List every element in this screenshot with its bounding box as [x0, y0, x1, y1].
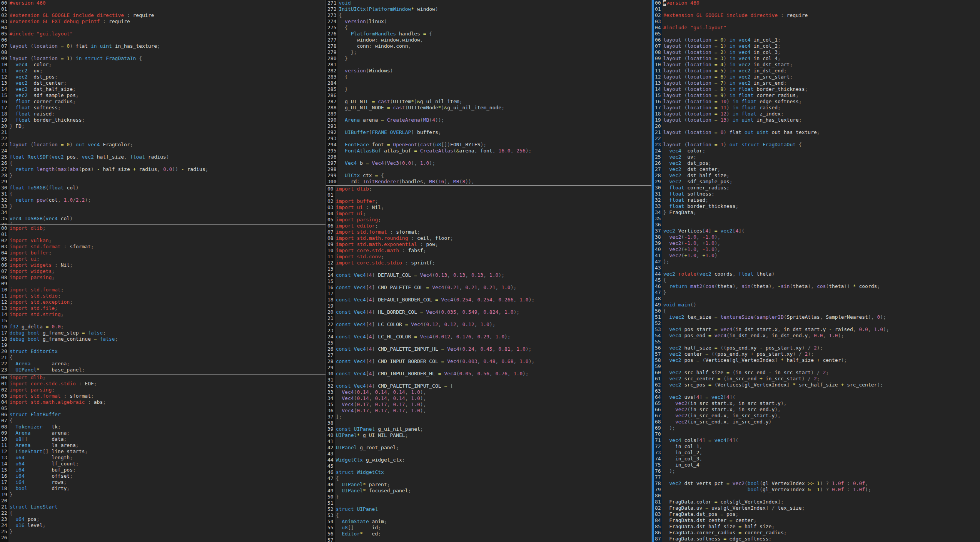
code-line[interactable]: 36{: [0, 222, 326, 224]
code-line[interactable]: 87 FragData.softness = edge_softness;: [654, 536, 980, 542]
code-line[interactable]: 42UIPanel g_root_panel;: [326, 445, 651, 451]
code-line[interactable]: 24: [0, 373, 326, 374]
code-line[interactable]: 57: [326, 537, 651, 542]
code-line[interactable]: 23 UIPanel* base_panel;: [0, 367, 326, 373]
code-line[interactable]: 23layout (location = 0) out vec4 FragCol…: [0, 142, 326, 148]
code-line[interactable]: 24 u16 level;: [0, 522, 326, 529]
code-line[interactable]: 62 vec2 src_pos = (Vertices[gl_VertexInd…: [654, 382, 980, 388]
code-line[interactable]: 293: [326, 136, 651, 142]
code-line[interactable]: 279 };: [326, 49, 651, 55]
code-line[interactable]: 12 LineStart[] line_starts;: [0, 448, 326, 455]
code-line[interactable]: 34: [0, 209, 326, 216]
code-line[interactable]: 56 vec2 half_size = ((pos_end.xy - pos_s…: [654, 345, 980, 351]
code-line[interactable]: 25}: [0, 529, 326, 535]
code-line[interactable]: 45: [326, 463, 651, 469]
code-line[interactable]: 57 vec2 center = ((pos_end.xy + pos_star…: [654, 351, 980, 357]
code-line[interactable]: 15 vec2 sdf_sample_pos;: [0, 92, 326, 99]
code-line[interactable]: 278 conn: window.conn,: [326, 43, 651, 49]
code-line[interactable]: 68 vec2(in_src_end.x, in_src_end.y): [654, 419, 980, 425]
code-line[interactable]: 08: [0, 49, 326, 55]
code-line[interactable]: 03import std.format : sformat;: [0, 244, 326, 250]
code-line[interactable]: 76 );: [654, 468, 980, 474]
code-line[interactable]: 84 FragData.dst_center = center;: [654, 517, 980, 524]
code-line[interactable]: 36: [654, 222, 980, 228]
code-line[interactable]: 13: [326, 266, 651, 272]
code-line[interactable]: 85 FragData.dst_half_size = half_size;: [654, 524, 980, 530]
code-line[interactable]: 02import parsing;: [0, 387, 326, 393]
code-line[interactable]: 46 return mat2(cos(theta), sin(theta), -…: [654, 283, 980, 289]
code-line[interactable]: 06layout (location = 0) in vec4 in_col_1…: [654, 37, 980, 43]
code-line[interactable]: 75 in_col_4: [654, 462, 980, 468]
code-line[interactable]: 05: [654, 31, 980, 37]
code-line[interactable]: 74 in_col_3,: [654, 456, 980, 462]
code-line[interactable]: 22: [0, 136, 326, 142]
code-line[interactable]: 18debug bool g_frame_continue = false;: [0, 336, 326, 342]
code-line[interactable]: 05import ui;: [0, 256, 326, 262]
code-line[interactable]: 70: [654, 431, 980, 437]
code-line[interactable]: 79 bool(gl_VertexIndex & 1) ? 0.0f : 1.0…: [654, 487, 980, 493]
code-line[interactable]: 03import ui : Nil;: [326, 204, 651, 211]
code-line[interactable]: 06import widgets : Nil;: [0, 262, 326, 268]
code-line[interactable]: 02import vulkan;: [0, 238, 326, 244]
code-line[interactable]: 10 vec4 color;: [0, 62, 326, 68]
code-line[interactable]: 02#extension GL_GOOGLE_include_directive…: [654, 12, 980, 18]
code-line[interactable]: 42);: [654, 259, 980, 265]
code-line[interactable]: 23layout (location = 1) out struct FragD…: [654, 142, 980, 148]
code-line[interactable]: 23 u64 pos;: [0, 516, 326, 522]
code-line[interactable]: 04import std.math.algebraic : abs;: [0, 399, 326, 405]
code-line[interactable]: 30const Vec4[4] CMD_INPUT_BORDER_HL = Ve…: [326, 371, 651, 377]
code-line[interactable]: 295 FontAtlasBuf atlas_buf = CreateAtlas…: [326, 148, 651, 154]
code-line[interactable]: 35 Vec4(0.17, 0.17, 0.17, 1.0),: [326, 401, 651, 408]
code-line[interactable]: 08 Tokenizer tk;: [0, 424, 326, 430]
code-line[interactable]: 60 vec2 src_half_size = (in_src_end - in…: [654, 370, 980, 376]
code-line[interactable]: 27: [326, 352, 651, 358]
code-line[interactable]: 32 float raised;: [654, 197, 980, 203]
code-line[interactable]: 07{: [0, 418, 326, 424]
code-line[interactable]: 53{: [326, 512, 651, 519]
code-line[interactable]: 02import buffer;: [326, 198, 651, 204]
code-line[interactable]: 273{: [326, 12, 651, 18]
code-line[interactable]: 04#include "gui.layout": [654, 25, 980, 31]
code-line[interactable]: 09layout (location = 1) in struct FragDa…: [0, 55, 326, 62]
code-line[interactable]: 17debug bool g_frame_step = false;: [0, 330, 326, 336]
code-line[interactable]: 00import dlib;: [0, 375, 326, 381]
code-line[interactable]: 67 vec2(in_src_end.x, in_src_start.y),: [654, 413, 980, 419]
code-line[interactable]: 71 vec4 cols[4] = vec4[4](: [654, 437, 980, 443]
code-line[interactable]: 41: [326, 438, 651, 445]
code-line[interactable]: 09: [0, 281, 326, 287]
code-line[interactable]: 80: [654, 493, 980, 499]
code-line[interactable]: 18 bool dirty;: [0, 485, 326, 492]
code-line[interactable]: 11 Arena ls_arena;: [0, 442, 326, 448]
code-line[interactable]: 284: [326, 80, 651, 86]
code-line[interactable]: 17: [326, 291, 651, 297]
code-line[interactable]: 07import widgets;: [0, 268, 326, 274]
code-line[interactable]: 298: [326, 166, 651, 172]
code-line[interactable]: 283 {: [326, 74, 651, 80]
code-line[interactable]: 38: [326, 420, 651, 426]
code-line[interactable]: 09layout (location = 3) in vec4 in_col_4…: [654, 55, 980, 62]
code-line[interactable]: 13 vec2 dst_center;: [0, 80, 326, 86]
code-line[interactable]: 20: [0, 498, 326, 504]
code-line[interactable]: 06: [0, 37, 326, 43]
code-line[interactable]: 38 vec2(-1.0, -1.0),: [654, 234, 980, 240]
code-line[interactable]: 56 Editor* ed;: [326, 531, 651, 537]
code-line[interactable]: 297 Vec4 b = Vec4(Vec3(0.0), 1.0);: [326, 160, 651, 166]
code-line[interactable]: 61 vec2 src_center = (in_src_end + in_sr…: [654, 376, 980, 382]
code-line[interactable]: 277 window: window.window,: [326, 37, 651, 43]
code-line[interactable]: 06import editor;: [326, 223, 651, 229]
code-line[interactable]: 05: [0, 405, 326, 412]
code-line[interactable]: 16const Vec4[4] CMD_PALETTE_COL = Vec4(0…: [326, 284, 651, 291]
code-line[interactable]: 31{: [0, 191, 326, 197]
code-line[interactable]: 271void: [326, 0, 651, 6]
code-line[interactable]: 66 vec2(in_src_start.x, in_src_end.y),: [654, 406, 980, 413]
editor-pane-main-module[interactable]: 00import dlib;0102import vulkan;03import…: [0, 225, 326, 374]
code-line[interactable]: 15 i64 buf_pos;: [0, 467, 326, 473]
code-line[interactable]: 12import std.exception;: [0, 299, 326, 305]
code-line[interactable]: 300 rd: InitRenderer(handles, MB(16), MB…: [326, 179, 651, 185]
code-line[interactable]: 55 u8[] id;: [326, 525, 651, 531]
editor-pane-ui-module[interactable]: 00import dlib;0102import buffer;03import…: [326, 186, 651, 542]
code-line[interactable]: 22 Arena arena;: [0, 361, 326, 367]
code-line[interactable]: 15: [326, 278, 651, 284]
code-line[interactable]: 31 float softness;: [654, 191, 980, 197]
code-line[interactable]: 44vec2 rotate(vec2 coords, float theta): [654, 271, 980, 277]
